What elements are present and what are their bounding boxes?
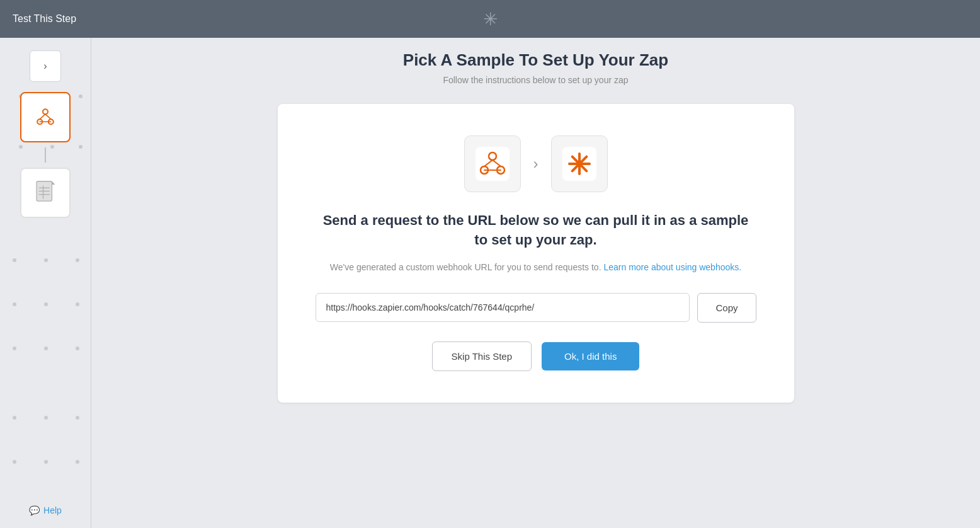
- sidebar-step-spreadsheet[interactable]: [20, 168, 71, 218]
- webhook-source-icon: [476, 147, 510, 181]
- webhook-url-input[interactable]: [316, 293, 690, 322]
- content-header: Pick A Sample To Set Up Your Zap Follow …: [403, 50, 668, 85]
- app-header: Test This Step ✳: [0, 0, 980, 38]
- page-subtitle: Follow the instructions below to set up …: [403, 75, 668, 85]
- help-button[interactable]: 💬 Help: [29, 505, 62, 515]
- card-description: We've generated a custom webhook URL for…: [330, 260, 741, 274]
- help-label: Help: [43, 505, 62, 515]
- main-content: Pick A Sample To Set Up Your Zap Follow …: [91, 38, 980, 528]
- sidebar-toggle-button[interactable]: ›: [30, 50, 61, 82]
- arrow-right-icon: ›: [533, 155, 538, 173]
- url-row: Copy: [316, 293, 756, 323]
- step-connector: [45, 147, 46, 163]
- header-title: Test This Step: [13, 13, 76, 25]
- instruction-title: Send a request to the URL below so we ca…: [316, 211, 756, 250]
- ok-label: Ok, I did this: [564, 351, 617, 362]
- zapier-dest-icon-box: [551, 135, 608, 192]
- chat-icon: 💬: [29, 505, 40, 515]
- webhook-icon: [33, 105, 58, 130]
- page-title: Pick A Sample To Set Up Your Zap: [403, 50, 668, 70]
- spreadsheet-icon: [33, 180, 58, 205]
- zapier-logo-icon: ✳: [483, 9, 498, 30]
- icon-row: ›: [464, 135, 608, 192]
- action-row: Skip This Step Ok, I did this: [432, 341, 640, 371]
- sidebar-step-webhook[interactable]: [20, 92, 71, 142]
- sidebar: ›: [0, 38, 91, 528]
- main-layout: ›: [0, 38, 980, 528]
- copy-button[interactable]: Copy: [697, 293, 756, 323]
- ok-button[interactable]: Ok, I did this: [542, 342, 639, 370]
- copy-label: Copy: [715, 302, 738, 313]
- webhook-source-icon-box: [464, 135, 521, 192]
- zapier-dest-icon: [562, 147, 596, 181]
- learn-more-link[interactable]: Learn more about using webhooks.: [603, 262, 741, 272]
- description-text: We've generated a custom webhook URL for…: [330, 262, 601, 272]
- skip-step-button[interactable]: Skip This Step: [432, 341, 532, 371]
- link-text: Learn more about using webhooks.: [603, 262, 741, 272]
- svg-rect-0: [33, 105, 58, 130]
- svg-marker-8: [52, 181, 55, 185]
- setup-card: › Send a request to the: [278, 104, 794, 403]
- skip-label: Skip This Step: [452, 351, 512, 362]
- chevron-right-icon: ›: [43, 60, 47, 72]
